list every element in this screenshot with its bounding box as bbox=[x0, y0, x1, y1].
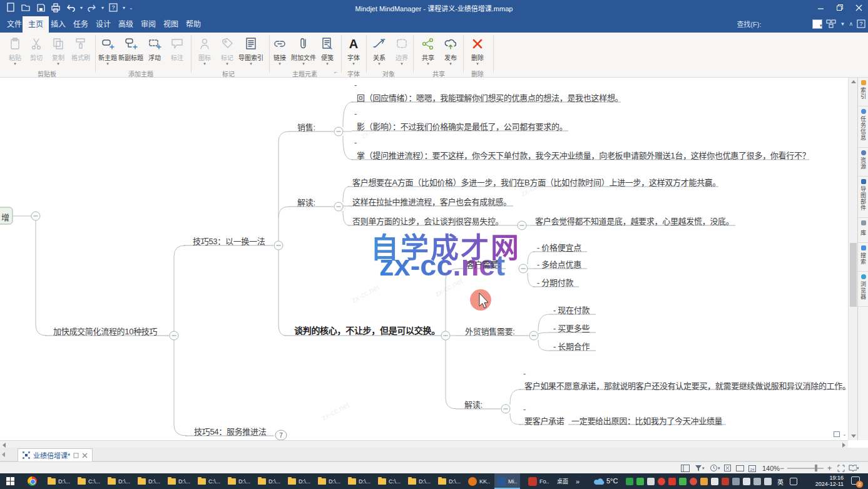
topic-t54[interactable]: 技巧54：服务推进法 bbox=[194, 425, 266, 437]
layout-picker-icon[interactable] bbox=[826, 19, 836, 28]
tray-icon[interactable] bbox=[636, 478, 644, 485]
tray-icon[interactable] bbox=[679, 478, 687, 485]
scroll-left-icon[interactable] bbox=[3, 443, 6, 448]
topic-jiedu1-child-2[interactable]: 这样在拉扯中推进流程，客户也会有成就感。 bbox=[352, 195, 511, 207]
side-tab-library[interactable]: 库 bbox=[858, 218, 868, 243]
calendar-icon[interactable]: 24 bbox=[748, 463, 756, 473]
taskbar-overflow-chevron[interactable]: » bbox=[573, 473, 582, 489]
topic-kehu-child-1[interactable]: - 价格便宜点 bbox=[537, 241, 581, 253]
tray-icon[interactable] bbox=[668, 478, 676, 485]
cut-button[interactable]: 剪切 bbox=[24, 36, 48, 62]
topic-root[interactable]: 增 bbox=[1, 211, 9, 223]
presentation-icon[interactable] bbox=[736, 463, 744, 473]
taskbar-app-mindmanager[interactable]: Mi.. bbox=[494, 473, 520, 489]
restore-button[interactable] bbox=[830, 0, 849, 15]
relationship-button[interactable]: 关系▾ bbox=[367, 36, 391, 66]
notes-button[interactable]: 便笺▾ bbox=[315, 36, 339, 66]
book-view-icon[interactable]: ▾ bbox=[849, 463, 859, 473]
taskbar-folder[interactable]: D:\... bbox=[255, 473, 283, 489]
taskbar-folder[interactable]: D:\... bbox=[105, 473, 133, 489]
scroll-right-icon[interactable] bbox=[842, 443, 845, 448]
zoom-in-button[interactable]: + bbox=[827, 463, 832, 473]
new-topic-button[interactable]: 新主题▾ bbox=[96, 36, 120, 66]
taskbar-app-kk[interactable]: KK.. bbox=[466, 473, 493, 489]
topic-main-branch[interactable]: 加快成交简化流程的10种技巧 bbox=[53, 325, 157, 337]
side-tab-search[interactable]: 搜索 bbox=[858, 243, 868, 272]
topic-sales-child-1[interactable]: 回（回应情绪）：嗯嗯，我能理解你们想买的优惠点的想法，是我也这样想。 bbox=[357, 91, 623, 103]
filter-icon[interactable]: ▾ bbox=[695, 463, 705, 473]
subtopic-count-badge[interactable]: 7 bbox=[275, 430, 287, 440]
tags-button[interactable]: 标记▾ bbox=[215, 36, 239, 66]
tab-close-icon[interactable] bbox=[82, 453, 88, 458]
topic-dash[interactable]: - bbox=[354, 138, 357, 147]
font-button[interactable]: A字体▾ bbox=[342, 36, 365, 66]
taskbar-folder[interactable]: D:\... bbox=[285, 473, 313, 489]
map-canvas[interactable]: 7 自学成才网 zx-cc.net zx-cc.net zx-cc.net zx… bbox=[0, 78, 848, 440]
topic-tanpan-core[interactable]: 谈判的核心，不让步，但是可以交换。 bbox=[294, 324, 440, 336]
side-tab-map-parts[interactable]: 导图部件 bbox=[858, 177, 868, 218]
zoom-out-button[interactable]: − bbox=[780, 463, 784, 473]
taskbar-folder[interactable]: D:\... bbox=[345, 473, 373, 489]
topic-dash[interactable]: - bbox=[523, 404, 526, 414]
copy-button[interactable]: 复制▾ bbox=[46, 36, 70, 66]
layout-dropdown-icon[interactable]: ▼ bbox=[840, 21, 845, 27]
taskbar-folder[interactable]: D:\... bbox=[436, 473, 463, 489]
topic-jiedu2-grandchild[interactable]: 一定要给出原因：比如我为了今天冲业绩量 bbox=[571, 414, 722, 426]
touch-keyboard-icon[interactable] bbox=[790, 478, 797, 485]
close-button[interactable] bbox=[849, 0, 868, 15]
topic-waimao-child-3[interactable]: - 长期合作 bbox=[553, 340, 590, 352]
topic-jiedu1[interactable]: 解读: bbox=[297, 196, 315, 208]
topic-sales-child-3[interactable]: 掌（提问推进流程）：要不这样，你今天下单付款，我今天冲业绩量，向老板申请额外赠送… bbox=[357, 149, 810, 161]
topic-waimao-child-2[interactable]: - 买更多些 bbox=[553, 322, 590, 334]
topic-jiedu2-child-2[interactable]: 要客户承诺 bbox=[524, 414, 564, 426]
topic-dash[interactable]: - bbox=[354, 109, 357, 118]
topic-kehu-child-2[interactable]: - 多给点优惠 bbox=[537, 258, 581, 270]
taskbar-folder[interactable]: D:\... bbox=[135, 473, 163, 489]
topic-kehu[interactable]: 客户需要: bbox=[466, 258, 500, 270]
topic-kehu-child-3[interactable]: - 分期付款 bbox=[537, 276, 573, 288]
tab-help[interactable]: 帮助 bbox=[180, 16, 207, 33]
language-indicator[interactable]: 英 bbox=[777, 477, 784, 486]
topic-sales-child-2[interactable]: 影（影响）：不过我们价格确实是最低了，公司都有要求的。 bbox=[357, 120, 567, 132]
tray-icon[interactable] bbox=[658, 478, 665, 485]
taskbar-folder[interactable]: C:\... bbox=[195, 473, 223, 489]
refresh-icon[interactable]: ▾ bbox=[710, 463, 720, 473]
taskbar-folder[interactable]: D:\... bbox=[315, 473, 343, 489]
topic-waimao-child-1[interactable]: - 现在付款 bbox=[553, 304, 590, 316]
topic-dash[interactable]: - bbox=[354, 80, 357, 90]
close-view-icon[interactable] bbox=[724, 463, 731, 473]
vertical-scroll-thumb[interactable] bbox=[850, 243, 857, 307]
tab-scroll-left-icon[interactable] bbox=[2, 452, 5, 457]
find-input[interactable]: ▾ bbox=[812, 19, 822, 29]
new-subtopic-button[interactable]: 新副标题 bbox=[118, 36, 144, 62]
taskbar-folder[interactable]: C:\... bbox=[375, 473, 403, 489]
tray-icon[interactable] bbox=[647, 478, 655, 485]
taskbar-folder[interactable]: D:\... bbox=[225, 473, 253, 489]
format-painter-button[interactable]: 格式刷 bbox=[69, 36, 93, 62]
delete-button[interactable]: 删除▾ bbox=[466, 36, 489, 66]
map-index-button[interactable]: 导图索引▾ bbox=[237, 36, 265, 66]
taskbar-clock[interactable]: 19:16 2024-12-11 bbox=[811, 475, 844, 487]
tray-icon[interactable] bbox=[626, 478, 633, 485]
scroll-down-icon[interactable] bbox=[851, 435, 856, 438]
collapse-ribbon-icon[interactable]: ∧ bbox=[849, 21, 853, 27]
taskbar-folder[interactable]: C:\... bbox=[75, 473, 103, 489]
weather-cloud-icon[interactable] bbox=[593, 477, 605, 486]
tray-icon[interactable] bbox=[732, 478, 740, 485]
taskbar-app-fo[interactable]: Fo.. bbox=[526, 473, 552, 489]
side-tab-browser[interactable]: 浏览器 bbox=[858, 272, 868, 307]
tray-icon[interactable] bbox=[711, 478, 718, 485]
floating-topic-button[interactable]: 浮动 bbox=[143, 36, 166, 62]
chrome-icon[interactable] bbox=[28, 476, 37, 486]
topic-sales[interactable]: 销售: bbox=[297, 121, 315, 133]
topic-jiedu1-grandchild[interactable]: 客户会觉得都不知道是底，越要求，心里越发慌，没底。 bbox=[535, 215, 734, 227]
tray-icon[interactable] bbox=[690, 478, 697, 485]
link-button[interactable]: 链接▾ bbox=[268, 36, 292, 66]
topic-dash[interactable]: - bbox=[523, 369, 526, 378]
side-tab-task-info[interactable]: 任务信息 bbox=[858, 106, 868, 148]
side-tab-resources[interactable]: 资源 bbox=[858, 148, 868, 177]
topic-jiedu2[interactable]: 解读: bbox=[464, 398, 483, 410]
tray-icon[interactable] bbox=[722, 478, 729, 485]
ribbon-help-icon[interactable]: ? bbox=[857, 19, 865, 28]
side-tab-index[interactable]: 索引 bbox=[858, 78, 868, 106]
